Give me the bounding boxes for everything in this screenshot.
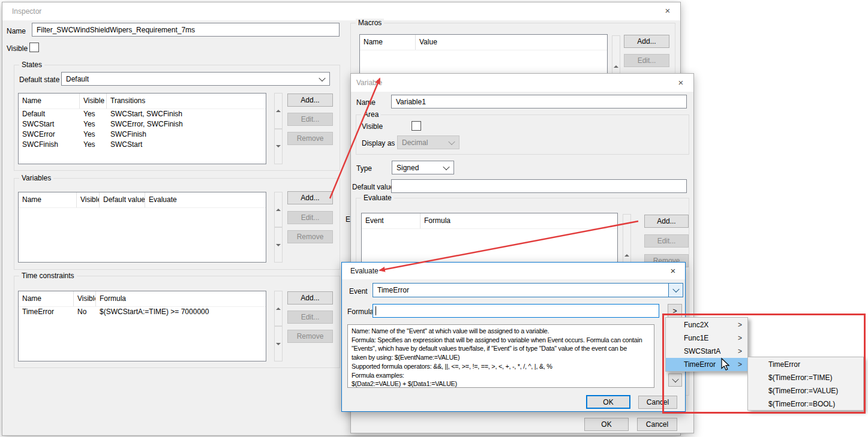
chevron-down-icon [672, 286, 679, 293]
variables-table[interactable]: Name Visible Default value Evaluate [18, 192, 266, 263]
table-cell: SWCStart, SWCFinish [107, 109, 266, 119]
variables-group: Variables Name Visible Default value Eva… [14, 178, 340, 270]
states-scroll-strip [274, 93, 283, 164]
table-cell: SWCStart [19, 119, 80, 129]
states-edit-button[interactable]: Edit... [287, 113, 333, 126]
column-header: Evaluate [145, 192, 266, 207]
evaluate-close-icon[interactable]: × [666, 264, 680, 278]
scroll-up-icon[interactable] [274, 192, 283, 227]
formula-operand-menu: Func2X > Func1E > SWCStartA > TimeError … [665, 317, 748, 372]
type-value: Signed [397, 164, 419, 172]
area-visible-label: Visible [362, 122, 383, 131]
submenu-item-timeerror[interactable]: TimeError [748, 358, 863, 371]
menu-item-timeerror[interactable]: TimeError > [666, 358, 747, 371]
table-cell: Yes [80, 109, 107, 119]
variable-ok-button[interactable]: OK [584, 418, 629, 431]
submenu-item-bool[interactable]: $(TimeError:=BOOL) [748, 397, 863, 411]
table-row[interactable]: DefaultYesSWCStart, SWCFinish [19, 109, 266, 119]
formula-help-text: Name: Name of the "Event" at which value… [347, 324, 654, 388]
area-group-label: Area [361, 110, 381, 119]
table-row[interactable]: TimeErrorNo$(SWCStartA:=TIME) >= 7000000 [19, 307, 266, 317]
submenu-item-time[interactable]: $(TimeError:=TIME) [748, 371, 863, 384]
variables-scroll-strip [274, 192, 283, 263]
formula-expand-button[interactable]: > [668, 304, 682, 318]
inspector-name-input[interactable]: Filter_SWCWindShieldWipers_Requirement_7… [32, 23, 340, 37]
table-row[interactable]: SWCErrorYesSWCFinish [19, 129, 266, 140]
variable-name-input[interactable]: Variable1 [391, 95, 687, 109]
variables-edit-button[interactable]: Edit... [287, 211, 333, 224]
macros-add-button[interactable]: Add... [624, 35, 669, 48]
menu-item-label: $(TimeError:=BOOL) [768, 400, 835, 408]
inspector-visible-checkbox[interactable] [29, 43, 39, 52]
menu-item-func2x[interactable]: Func2X > [666, 318, 747, 331]
submenu-arrow-icon: > [738, 318, 742, 331]
time-constraints-add-button[interactable]: Add... [287, 291, 333, 305]
variables-remove-button[interactable]: Remove [287, 230, 333, 243]
variable-name-label: Name [356, 98, 376, 107]
event-combobox[interactable]: TimeError [373, 283, 683, 297]
default-state-label: Default state [19, 76, 59, 84]
scroll-down-icon[interactable] [274, 227, 283, 263]
states-add-button[interactable]: Add... [287, 94, 333, 107]
scroll-down-icon[interactable] [274, 326, 283, 361]
menu-item-label: TimeError [768, 360, 800, 369]
states-table[interactable]: Name Visible Transitions DefaultYesSWCSt… [18, 93, 266, 164]
variable-cancel-button[interactable]: Cancel [637, 418, 677, 431]
scroll-up-icon[interactable] [274, 291, 283, 326]
inspector-titlebar[interactable]: Inspector × [2, 2, 680, 20]
area-group: Area Visible Display as Decimal [356, 114, 689, 155]
column-header: Name [19, 192, 77, 207]
formula-input[interactable] [373, 304, 659, 318]
scroll-down-icon[interactable] [274, 129, 283, 165]
time-constraints-edit-button[interactable]: Edit... [287, 311, 333, 324]
column-header: Transitions [107, 94, 266, 109]
display-as-value: Decimal [402, 138, 428, 147]
type-combobox[interactable]: Signed [392, 161, 454, 174]
time-constraints-table[interactable]: Name Visible Formula TimeErrorNo$(SWCSta… [18, 291, 266, 361]
evaluate-title: Evaluate [350, 267, 379, 275]
area-visible-checkbox[interactable] [412, 121, 421, 131]
inspector-close-icon[interactable]: × [661, 4, 674, 17]
evaluate-titlebar[interactable]: Evaluate × [342, 263, 685, 279]
time-constraints-group: Time constraints Name Visible Formula Ti… [14, 276, 340, 368]
formula-history-dropdown-button[interactable] [668, 373, 682, 387]
variable-close-icon[interactable]: × [674, 76, 687, 89]
variable-titlebar[interactable]: Variable × [351, 74, 693, 92]
table-row[interactable]: SWCStartYesSWCError, SWCFinish [19, 119, 266, 129]
menu-item-label: SWCStartA [684, 347, 720, 355]
chevron-down-icon [443, 163, 449, 170]
variables-add-button[interactable]: Add... [287, 191, 333, 204]
default-value-input[interactable] [391, 179, 687, 193]
column-header: Visible [80, 94, 107, 109]
menu-item-swcstarta[interactable]: SWCStartA > [666, 345, 747, 358]
variable-name-value: Variable1 [396, 98, 426, 106]
menu-item-func1e[interactable]: Func1E > [666, 331, 747, 345]
evaluate-cancel-button[interactable]: Cancel [638, 396, 677, 409]
column-header: Name [19, 94, 80, 109]
screen: Inspector × Name Filter_SWCWindShieldWip… [0, 0, 868, 437]
time-constraints-scroll-strip [274, 291, 283, 361]
submenu-item-value[interactable]: $(TimeError:=VALUE) [748, 384, 863, 397]
evaluate-edit-button[interactable]: Edit... [644, 234, 689, 248]
display-as-label: Display as [362, 139, 395, 147]
table-cell: TimeError [19, 307, 74, 317]
evaluate-add-button[interactable]: Add... [644, 215, 689, 228]
time-constraints-remove-button[interactable]: Remove [287, 330, 333, 343]
menu-item-label: Func1E [684, 334, 708, 342]
macros-edit-button[interactable]: Edit... [624, 54, 669, 67]
table-cell: SWCError, SWCFinish [107, 119, 266, 129]
variables-group-label: Variables [19, 174, 53, 182]
states-remove-button[interactable]: Remove [287, 132, 333, 145]
table-cell: No [74, 307, 96, 317]
combo-drop-button[interactable] [668, 284, 683, 297]
column-header: Event [362, 213, 421, 228]
default-state-combobox[interactable]: Default [61, 72, 330, 86]
table-cell: SWCFinish [19, 140, 80, 150]
table-cell: Yes [80, 119, 107, 129]
inspector-visible-label: Visible [7, 44, 28, 53]
scroll-up-icon[interactable] [274, 93, 283, 129]
display-as-combobox: Decimal [397, 135, 459, 149]
evaluate-ok-button[interactable]: OK [586, 395, 630, 409]
table-row[interactable]: SWCFinishYesSWCStart [19, 140, 266, 150]
evaluate-group-label: Evaluate [361, 194, 394, 202]
